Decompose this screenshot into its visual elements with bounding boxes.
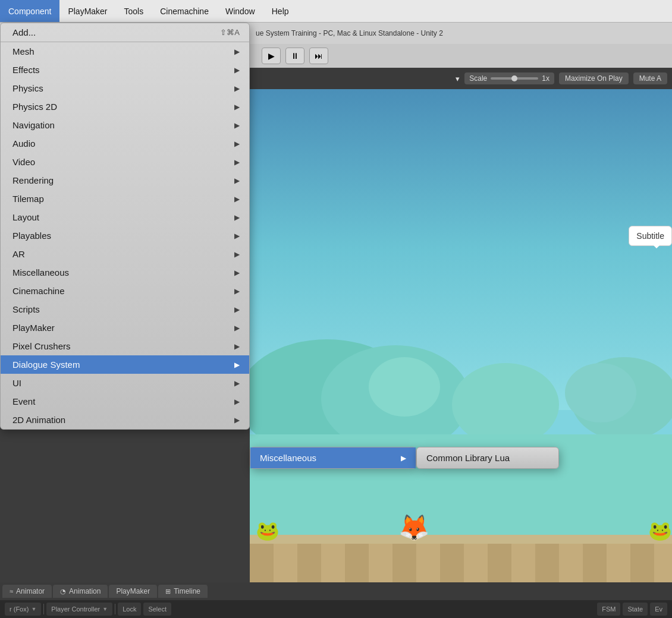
status-section-playercontroller[interactable]: Player Controller ▼ <box>46 603 112 616</box>
dropdown-item-physics-arrow: ▶ <box>234 84 240 93</box>
menu-playmaker[interactable]: PlayMaker <box>59 0 115 22</box>
dropdown-item-video[interactable]: Video ▶ <box>1 153 249 171</box>
dropdown-item-pixelcrushers-arrow: ▶ <box>234 342 240 351</box>
status-bar: r (Fox) ▼ Player Controller ▼ Lock Selec… <box>0 600 672 618</box>
dropdown-item-video-label: Video <box>12 157 35 167</box>
dropdown-item-ui[interactable]: UI ▶ <box>1 374 249 392</box>
hills-layer <box>250 213 672 435</box>
dropdown-item-audio-label: Audio <box>12 138 35 149</box>
dropdown-item-2danimation-label: 2D Animation <box>12 415 65 425</box>
status-select-label: Select <box>148 606 167 613</box>
subtitle-tooltip: Subtitle <box>629 226 672 246</box>
tab-animation-label: Animation <box>69 587 101 595</box>
character-fox: 🦊 <box>398 513 429 542</box>
menu-window[interactable]: Window <box>217 0 263 22</box>
dropdown-item-ui-label: UI <box>12 378 21 388</box>
status-section-select[interactable]: Select <box>143 603 171 616</box>
hill-3 <box>452 363 559 446</box>
tab-animator[interactable]: ≈ Animator <box>2 585 52 598</box>
dropdown-item-ar-arrow: ▶ <box>234 250 240 258</box>
dropdown-item-add-shortcut: ⇧⌘A <box>220 28 240 37</box>
dropdown-item-playmaker-label: PlayMaker <box>12 323 55 333</box>
dropdown-item-2danimation[interactable]: 2D Animation ▶ <box>1 411 249 429</box>
dropdown-item-physics[interactable]: Physics ▶ <box>1 79 249 97</box>
dropdown-item-audio[interactable]: Audio ▶ <box>1 134 249 153</box>
dropdown-item-scripts[interactable]: Scripts ▶ <box>1 300 249 319</box>
dropdown-item-tilemap-label: Tilemap <box>12 194 44 204</box>
dropdown-item-tilemap[interactable]: Tilemap ▶ <box>1 190 249 208</box>
play-button[interactable]: ▶ <box>262 48 281 64</box>
submenu-common-library-item[interactable]: Common Library Lua <box>417 447 558 468</box>
dropdown-item-2danimation-arrow: ▶ <box>234 416 240 424</box>
bottom-tabs-bar: ≈ Animator ◔ Animation PlayMaker ⊞ Timel… <box>0 582 672 600</box>
dropdown-item-cinemachine[interactable]: Cinemachine ▶ <box>1 282 249 300</box>
maximize-on-play-button[interactable]: Maximize On Play <box>559 72 629 84</box>
dropdown-item-playmaker-arrow: ▶ <box>234 324 240 332</box>
dropdown-item-mesh[interactable]: Mesh ▶ <box>1 42 249 61</box>
dropdown-item-playmaker[interactable]: PlayMaker ▶ <box>1 319 249 337</box>
dropdown-item-rendering[interactable]: Rendering ▶ <box>1 171 249 190</box>
subtitle-text: Subtitle <box>636 231 664 241</box>
dropdown-item-cinemachine-arrow: ▶ <box>234 287 240 295</box>
dropdown-item-mesh-label: Mesh <box>12 46 34 56</box>
menu-tools[interactable]: Tools <box>116 0 152 22</box>
dropdown-item-dialoguesystem-arrow: ▶ <box>234 361 240 369</box>
dropdown-item-navigation-arrow: ▶ <box>234 121 240 130</box>
status-fox-label: r (Fox) <box>10 606 29 613</box>
status-separator-2 <box>115 604 115 614</box>
dropdown-item-pixelcrushers[interactable]: Pixel Crushers ▶ <box>1 337 249 355</box>
status-section-fox[interactable]: r (Fox) ▼ <box>5 603 41 616</box>
pause-button[interactable]: ⏸ <box>285 48 304 64</box>
status-playercontroller-arrow: ▼ <box>102 606 108 612</box>
scale-control: Scale 1x <box>464 72 554 84</box>
dropdown-item-event[interactable]: Event ▶ <box>1 392 249 411</box>
timeline-icon: ⊞ <box>165 588 171 595</box>
menu-cinemachine[interactable]: Cinemachine <box>152 0 217 22</box>
dropdown-item-playables-arrow: ▶ <box>234 232 240 240</box>
dropdown-item-dialoguesystem[interactable]: Dialogue System ▶ <box>1 355 249 374</box>
tab-animation[interactable]: ◔ Animation <box>53 585 108 598</box>
dropdown-item-rendering-arrow: ▶ <box>234 176 240 185</box>
status-fsm-label: FSM <box>602 606 616 613</box>
status-section-ev[interactable]: Ev <box>650 603 667 616</box>
status-separator-1 <box>43 604 44 614</box>
dropdown-item-add[interactable]: Add... ⇧⌘A <box>1 23 249 42</box>
status-fox-arrow: ▼ <box>31 606 36 612</box>
tab-playmaker[interactable]: PlayMaker <box>109 585 157 598</box>
dropdown-item-effects[interactable]: Effects ▶ <box>1 61 249 79</box>
dropdown-item-layout-label: Layout <box>12 212 39 222</box>
dropdown-item-event-arrow: ▶ <box>234 398 240 406</box>
menu-help[interactable]: Help <box>263 0 297 22</box>
scale-dropdown[interactable]: ▾ <box>456 74 460 83</box>
dropdown-item-miscellaneous[interactable]: Miscellaneous ▶ <box>1 263 249 282</box>
dropdown-overlay: Add... ⇧⌘A Mesh ▶ Effects ▶ Physics ▶ Ph… <box>0 23 250 430</box>
dropdown-item-physics2d[interactable]: Physics 2D ▶ <box>1 97 249 116</box>
dropdown-item-navigation[interactable]: Navigation ▶ <box>1 116 249 134</box>
dropdown-item-rendering-label: Rendering <box>12 175 54 185</box>
animation-icon: ◔ <box>60 588 66 595</box>
dropdown-item-ar[interactable]: AR ▶ <box>1 245 249 263</box>
step-button[interactable]: ⏭ <box>309 48 328 64</box>
title-text: ue System Training - PC, Mac & Linux Sta… <box>256 29 443 37</box>
status-section-fsm[interactable]: FSM <box>597 603 620 616</box>
dropdown-item-layout[interactable]: Layout ▶ <box>1 208 249 226</box>
scale-slider[interactable] <box>491 77 538 80</box>
component-dropdown-menu: Add... ⇧⌘A Mesh ▶ Effects ▶ Physics ▶ Ph… <box>0 23 250 430</box>
status-section-lock[interactable]: Lock <box>118 603 141 616</box>
mute-button[interactable]: Mute A <box>633 72 667 84</box>
scale-value: 1x <box>542 74 549 83</box>
status-playercontroller-label: Player Controller <box>51 606 100 613</box>
menu-component[interactable]: Component <box>0 0 59 22</box>
ground-bottom <box>250 544 672 582</box>
tab-timeline[interactable]: ⊞ Timeline <box>158 585 208 598</box>
status-state-label: State <box>627 606 643 613</box>
submenu-miscellaneous-item[interactable]: Miscellaneous ▶ <box>250 447 416 468</box>
dropdown-item-pixelcrushers-label: Pixel Crushers <box>12 341 71 351</box>
dropdown-item-playables[interactable]: Playables ▶ <box>1 226 249 245</box>
status-section-state[interactable]: State <box>623 603 648 616</box>
game-viewport: 🐸 🦊 🐸 Subtitle <box>250 89 672 582</box>
status-ev-label: Ev <box>655 606 662 613</box>
dropdown-item-ar-label: AR <box>12 249 25 259</box>
submenu-common-library-label: Common Library Lua <box>426 453 510 463</box>
character-frog-right: 🐸 <box>648 519 672 542</box>
